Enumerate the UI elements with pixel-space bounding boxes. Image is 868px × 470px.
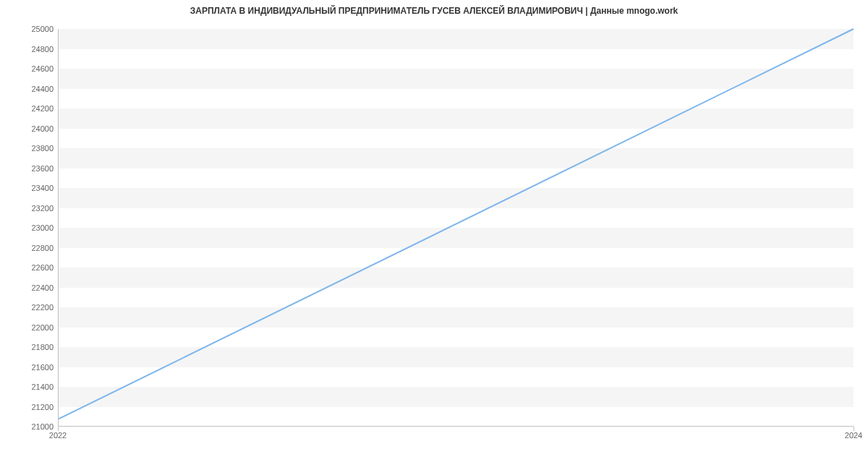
y-tick-label: 22200 [10,303,54,312]
y-tick-label: 24800 [10,45,54,54]
line-series [59,29,854,426]
y-tick-label: 23000 [10,223,54,232]
y-tick-label: 23800 [10,144,54,153]
y-tick-label: 23400 [10,184,54,192]
y-tick-label: 22600 [10,263,54,272]
y-tick-label: 22800 [10,244,54,252]
chart-title: ЗАРПЛАТА В ИНДИВИДУАЛЬНЫЙ ПРЕДПРИНИМАТЕЛ… [0,6,868,16]
y-tick-label: 24400 [10,85,54,93]
series-line [59,29,854,419]
y-tick-label: 24000 [10,124,54,133]
x-tick-label: 2022 [49,431,67,440]
y-tick-label: 24600 [10,64,54,73]
chart-container: ЗАРПЛАТА В ИНДИВИДУАЛЬНЫЙ ПРЕДПРИНИМАТЕЛ… [0,0,868,470]
y-tick-label: 21400 [10,383,54,391]
y-tick-label: 23200 [10,204,54,213]
y-tick-label: 21200 [10,403,54,411]
y-tick-label: 21800 [10,343,54,351]
y-tick-label: 21000 [10,422,54,431]
y-tick-label: 21600 [10,363,54,372]
plot-area [58,29,854,427]
y-tick-label: 23600 [10,164,54,173]
y-tick-label: 24200 [10,104,54,113]
y-tick-label: 22400 [10,283,54,292]
y-tick-label: 22000 [10,323,54,332]
y-tick-label: 25000 [10,25,54,33]
x-tick-label: 2024 [845,431,862,440]
